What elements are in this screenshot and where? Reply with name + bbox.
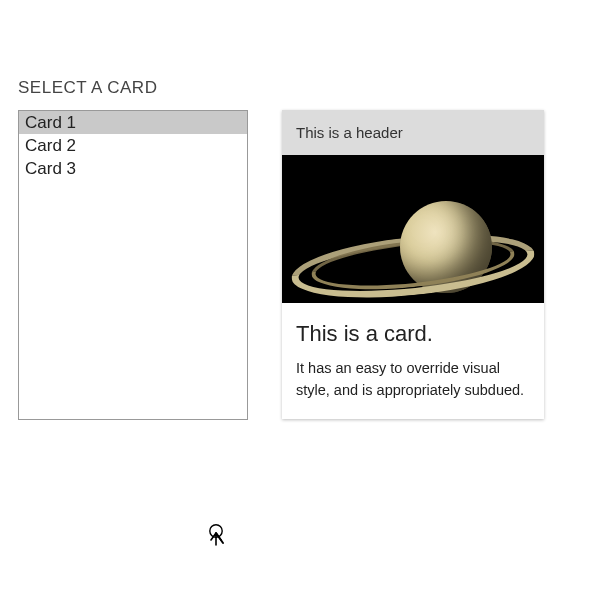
card-header: This is a header <box>282 110 544 155</box>
card-image <box>282 155 544 303</box>
card-listbox[interactable]: Card 1 Card 2 Card 3 <box>18 110 248 420</box>
card-title: This is a card. <box>296 321 530 347</box>
card-body: This is a card. It has an easy to overri… <box>282 303 544 419</box>
preview-card: This is a header This is a card. It has … <box>282 110 544 419</box>
list-item-label: Card 2 <box>25 136 76 155</box>
app-root: SELECT A CARD Card 1 Card 2 Card 3 This … <box>0 0 600 600</box>
section-heading: SELECT A CARD <box>18 78 157 98</box>
list-item[interactable]: Card 2 <box>19 134 247 157</box>
list-item[interactable]: Card 3 <box>19 157 247 180</box>
list-item[interactable]: Card 1 <box>19 111 247 134</box>
list-item-label: Card 1 <box>25 113 76 132</box>
mouse-cursor-icon <box>206 523 228 547</box>
list-item-label: Card 3 <box>25 159 76 178</box>
card-description: It has an easy to override visual style,… <box>296 357 530 401</box>
svg-point-0 <box>210 525 222 537</box>
